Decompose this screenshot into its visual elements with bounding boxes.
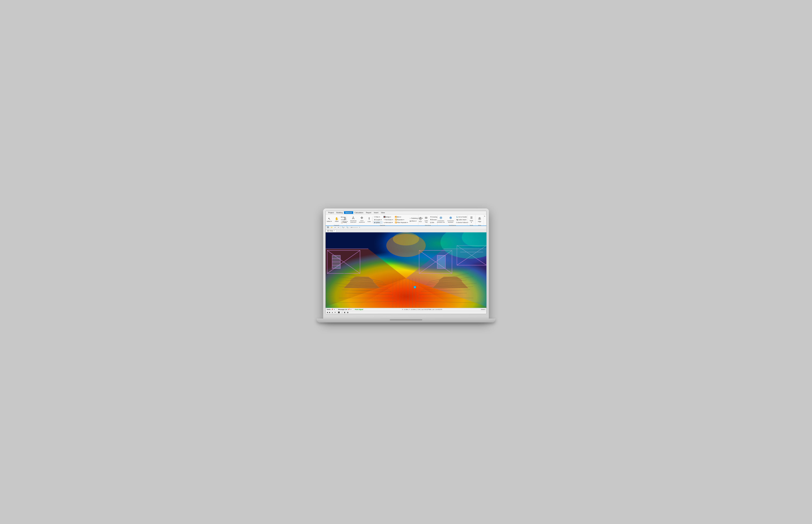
coupler-label: Coupler ▾ [376,219,382,220]
select-button[interactable]: ↖ Select ▾ [325,215,333,224]
svg-rect-83 [414,286,416,288]
ribbon-tools-content: Tools▾ [468,215,475,224]
device-failure-icon: ⚠ [456,222,458,223]
message-list-pin[interactable]: 📌 [348,309,350,310]
cable-tray-button[interactable]: CableTray [424,215,429,224]
view-btn-3[interactable]: ◧ [344,312,346,313]
crossing-icon: ✕ [430,216,431,218]
fiber-repeater-button[interactable]: 🔁 Fiber Repeater ▾ [394,221,409,224]
sep1 [372,216,373,223]
attenuator-button[interactable]: ↘ Attenuator ▾ [383,221,394,224]
splitter-button[interactable]: ◈ Splitter [373,221,382,224]
bda-button[interactable]: 📶 BDA ▾ [394,216,409,218]
hand-label: Hand [335,220,338,222]
bridge-label: Bridge ▾ [385,216,391,218]
nav-down-btn[interactable]: ▼ [334,312,336,313]
ribbon-collapse-area: ▲ [484,215,486,225]
toolbar-undo-btn[interactable]: ↩ [334,226,337,229]
ant-to-feeder-button[interactable]: 📡 Ant to Feeder [456,216,469,218]
laptop-body: Project Building Network Calculation Rep… [323,209,489,321]
filter-icon: ▽ [374,216,375,218]
repeater-button[interactable]: 🔁 Repeater ▾ [394,218,409,221]
bda-label: BDA ▾ [397,216,401,218]
toolbar-redo-btn[interactable]: ↪ [337,226,340,229]
tools-label: Tools▾ [469,220,473,223]
bda-icon: 📶 [395,216,397,218]
tasks-pin[interactable]: 📌 [331,309,333,310]
svg-rect-18 [471,217,473,218]
splitter-label: Splitter [376,222,380,223]
bottom-sep1 [337,311,337,313]
view-btn-1[interactable]: ⬛ [337,312,340,313]
ribbon-group-align: Align Align [476,215,484,225]
tasks-panel: Tasks 📌 ✕ [327,309,335,310]
tab-3d-view[interactable]: 3D View ✕ [325,229,336,232]
viewport[interactable] [325,232,487,308]
svg-marker-62 [350,280,373,281]
source-label: Source ▾ [343,221,348,222]
tools-button[interactable]: Tools▾ [468,215,475,224]
message-list-panel: Message List 📌 ✕ [338,309,352,310]
view-btn-2[interactable]: ⬜ [340,312,343,313]
toolbar-plus-btn[interactable]: + [359,226,361,229]
connection-assistant-lite-button[interactable]: ConnectionAssistant Lite [436,215,446,224]
ribbon-devices-content: Source ▾ DirectionalAntenna ▾ [341,215,424,224]
hand-button[interactable]: ✋ Hand [333,215,340,224]
directional-antenna-button[interactable]: DirectionalAntenna ▾ [349,215,357,224]
cable-attach-button[interactable]: 🔌 Cable Attach [456,218,469,221]
connection-assistant-icon [449,216,452,220]
ribbon-assistance-row: ConnectionAssistant Lite ConnectionAssis… [436,215,469,224]
connection-assistant-button[interactable]: ConnectionAssistant [446,215,455,224]
cable-attach-label: Cable Attach [458,219,466,220]
ribbon-collapse-button[interactable]: ▲ [484,215,485,217]
tools-icon [470,216,473,219]
message-list-close[interactable]: ✕ [350,309,352,310]
omni-antenna-button[interactable]: OmniAntenna ▾ [358,215,366,224]
directional-antenna-icon [352,216,355,220]
attenuator-label: Attenuator ▾ [385,222,393,223]
menu-network[interactable]: Network [344,211,353,214]
menu-insert[interactable]: Insert [372,211,380,214]
laptop-base [317,318,495,323]
toolbar-zoom-out-btn[interactable]: 🔍- [346,226,350,229]
radiating-cable-icon: 〰 [410,217,411,219]
toolbar-save-btn[interactable]: 💾 [326,226,330,229]
coords-display: X: -0.36m; Y: 13.54m; Z: 0m | Lat: 50.02… [364,309,480,310]
toolbar-open-btn[interactable]: 📁 [330,226,333,229]
laptop: Project Building Network Calculation Rep… [317,204,495,321]
toolbar-zoom-level: —●———— [350,227,358,228]
screen: Project Building Network Calculation Rep… [325,211,487,314]
acd-group: 📡 Ant to Feeder 🔌 Cable Attach [456,216,469,224]
nav-prev-btn[interactable]: ◀ [326,312,328,313]
nav-next-btn[interactable]: ▶ [329,312,331,313]
tab-3d-view-close[interactable]: ✕ [334,230,335,232]
menu-project[interactable]: Project [327,211,335,214]
splitter-icon: ◈ [374,222,375,223]
coupler-button[interactable]: ⊕ Coupler ▾ [373,218,382,221]
menu-view[interactable]: View [380,211,386,214]
align-icon [478,217,481,220]
bridge-button[interactable]: 🌉 Bridge ▾ [383,216,394,218]
nav-up-btn[interactable]: ▲ [331,312,334,313]
toolbar-zoom-in-btn[interactable]: 🔍+ [341,226,345,229]
align-button[interactable]: Align [476,215,483,224]
riser-label: Riser [419,221,422,222]
brf-group: 📶 BDA ▾ 🔁 Repeater ▾ 🔁 [394,216,409,224]
filter-button[interactable]: ▽ Filter ▾ [373,216,382,218]
device-failure-button[interactable]: ⚠ Device Failure ▾ [456,221,469,224]
tasks-close[interactable]: ✕ [334,309,335,310]
view-btn-4[interactable]: ◨ [346,312,349,313]
site-icon: ◎ [430,222,431,223]
riser-button[interactable]: Riser [418,215,423,224]
menu-calculation[interactable]: Calculation [353,211,365,214]
ribbon-align-content: Align [476,215,483,224]
menu-report[interactable]: Report [365,211,372,214]
menu-building[interactable]: Building [335,211,344,214]
cable-button[interactable]: Cable [366,215,372,224]
svg-point-85 [393,232,419,246]
source-button[interactable]: Source ▾ [341,215,349,224]
terminator-button[interactable]: ⊣ Terminator ▾ [383,218,394,221]
ribbon-group-assistance: ConnectionAssistant Lite ConnectionAssis… [437,215,467,225]
cable-tray-label: CableTray [425,220,428,223]
tab-bar: 3D View ✕ [325,229,487,232]
